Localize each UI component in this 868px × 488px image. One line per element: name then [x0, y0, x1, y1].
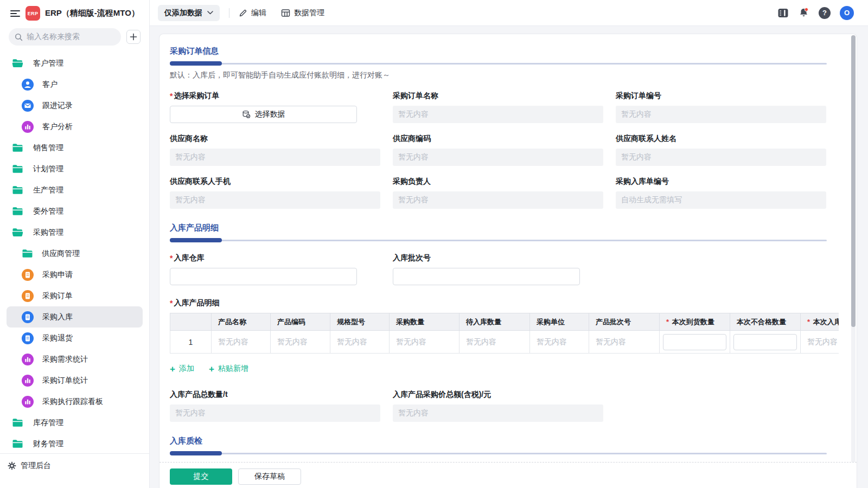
arrived-qty-input[interactable] — [663, 334, 726, 350]
cell-batch-no: 暂无内容 — [589, 331, 660, 354]
cell-unit: 暂无内容 — [530, 331, 589, 354]
cell-product-code: 暂无内容 — [271, 331, 330, 354]
table-row: 1 暂无内容 暂无内容 暂无内容 暂无内容 暂无内容 暂无内容 暂无内容 暂 — [170, 331, 839, 354]
panel-toggle-icon[interactable] — [777, 8, 789, 18]
sidebar-item-followups[interactable]: 跟进记录 — [7, 95, 143, 116]
col-header-product-name: 产品名称 — [212, 313, 271, 331]
gear-icon — [8, 461, 16, 470]
document-icon — [22, 332, 34, 344]
sidebar-item-purchase-inbound[interactable]: 采购入库 — [7, 306, 143, 328]
notification-bell-icon[interactable] — [798, 7, 809, 18]
folder-icon — [12, 207, 23, 216]
po-no-field: 暂无内容 — [616, 106, 826, 123]
table-label-products: *入库产品明细 — [170, 298, 857, 308]
search-placeholder: 输入名称来搜索 — [27, 32, 80, 42]
table-header-row: 产品名称 产品编码 规格型号 采购数量 待入库数量 采购单位 产品批次号 * 本… — [170, 313, 839, 331]
search-icon — [15, 33, 23, 41]
po-name-field: 暂无内容 — [393, 106, 603, 123]
scrollbar-thumb[interactable] — [851, 35, 856, 327]
warehouse-input[interactable] — [170, 268, 357, 285]
folder-open-icon — [12, 59, 23, 68]
section-title-products: 入库产品明细 — [170, 223, 857, 233]
col-header-arrived-qty: * 本次到货数量 — [660, 313, 730, 331]
paste-add-button[interactable]: + 粘贴新增 — [209, 364, 248, 374]
plus-icon: + — [209, 364, 214, 374]
field-label-po-no: 采购订单编号 — [616, 91, 826, 101]
field-label-po-name: 采购订单名称 — [393, 91, 603, 101]
field-label-supplier-contact: 供应商联系人姓名 — [616, 134, 826, 144]
field-label-supplier-name: 供应商名称 — [170, 134, 380, 144]
select-data-button[interactable]: 选择数据 — [170, 106, 357, 123]
plus-icon: + — [170, 364, 175, 374]
sidebar-brand: ERP ERP（精细版-流程MTO） — [0, 0, 149, 23]
sidebar-item-customers[interactable]: 客户 — [7, 74, 143, 95]
data-manage-button[interactable]: 数据管理 — [281, 8, 324, 18]
field-label-total-qty: 入库产品总数量/t — [170, 390, 380, 400]
sidebar-item-purchase-return[interactable]: 采购退货 — [7, 328, 143, 349]
search-input[interactable]: 输入名称来搜索 — [9, 28, 121, 46]
mail-icon — [22, 100, 34, 112]
cell-purchase-qty: 暂无内容 — [390, 331, 459, 354]
form-footer: 提交 保存草稿 — [159, 462, 857, 488]
folder-icon — [22, 249, 33, 259]
sidebar-item-supplier-mgmt[interactable]: 供应商管理 — [7, 243, 143, 264]
submit-button[interactable]: 提交 — [170, 468, 232, 485]
supplier-code-field: 暂无内容 — [393, 149, 603, 166]
sidebar-item-purchase-demand-stats[interactable]: 采购需求统计 — [7, 349, 143, 370]
sidebar-item-procurement-mgmt[interactable]: 采购管理 — [7, 222, 143, 243]
cell-defective-qty — [730, 331, 801, 354]
bar-chart-icon — [22, 396, 34, 408]
folder-icon — [12, 185, 23, 195]
edit-button[interactable]: 编辑 — [239, 8, 266, 18]
help-button[interactable]: ? — [819, 7, 831, 19]
table-grid-icon — [281, 9, 290, 17]
collapse-menu-icon[interactable] — [10, 8, 21, 19]
inbound-no-field: 自动生成无需填写 — [616, 191, 826, 209]
database-select-icon — [242, 110, 251, 119]
total-amount-field: 暂无内容 — [393, 404, 603, 422]
user-avatar[interactable]: O — [840, 6, 854, 20]
sidebar-item-finance-mgmt[interactable]: 财务管理 — [7, 433, 143, 453]
sidebar-item-inventory-mgmt[interactable]: 库存管理 — [7, 412, 143, 433]
batch-no-input[interactable] — [393, 268, 580, 285]
purchaser-field: 暂无内容 — [393, 191, 603, 209]
sidebar-item-planning-mgmt[interactable]: 计划管理 — [7, 158, 143, 179]
add-page-button[interactable] — [126, 30, 141, 44]
sidebar-item-production-mgmt[interactable]: 生产管理 — [7, 179, 143, 201]
document-icon — [22, 311, 34, 323]
col-header-index — [170, 313, 212, 331]
mode-dropdown[interactable]: 仅添加数据 — [158, 5, 220, 21]
add-row-button[interactable]: + 添加 — [170, 364, 194, 374]
folder-open-icon — [12, 228, 23, 237]
sidebar-nav: 客户管理 客户 跟进记录 客户分析 销售管理 计划管理 生产管理 — [0, 50, 149, 453]
field-label-supplier-phone: 供应商联系人手机 — [170, 177, 380, 187]
sidebar-item-purchase-order[interactable]: 采购订单 — [7, 285, 143, 306]
section-hint: 默认：入库后，即可智能助手自动生成应付账款明细，进行对账～ — [170, 70, 857, 80]
section-progress-bar — [170, 61, 827, 66]
col-header-batch-no: 产品批次号 — [589, 313, 660, 331]
user-icon — [22, 79, 34, 91]
defective-qty-input[interactable] — [733, 334, 797, 350]
sidebar-item-purchase-request[interactable]: 采购申请 — [7, 264, 143, 285]
pencil-icon — [239, 9, 247, 17]
sidebar-item-purchase-order-stats[interactable]: 采购订单统计 — [7, 370, 143, 391]
supplier-name-field: 暂无内容 — [170, 149, 380, 166]
section-progress-bar — [170, 238, 827, 242]
sidebar-item-customer-mgmt[interactable]: 客户管理 — [7, 53, 143, 74]
sidebar-item-outsourcing-mgmt[interactable]: 委外管理 — [7, 201, 143, 222]
sidebar-item-purchase-tracking-board[interactable]: 采购执行跟踪看板 — [7, 391, 143, 412]
save-draft-button[interactable]: 保存草稿 — [238, 468, 301, 485]
folder-icon — [12, 143, 23, 153]
col-header-defective-qty: 本次不合格数量 — [730, 313, 801, 331]
cell-pending-qty: 暂无内容 — [459, 331, 530, 354]
sidebar-item-sales-mgmt[interactable]: 销售管理 — [7, 137, 143, 158]
sidebar-item-customer-analytics[interactable]: 客户分析 — [7, 116, 143, 137]
products-table: 产品名称 产品编码 规格型号 采购数量 待入库数量 采购单位 产品批次号 * 本… — [170, 313, 839, 354]
admin-backend-button[interactable]: 管理后台 — [8, 461, 51, 471]
document-icon — [22, 269, 34, 281]
folder-icon — [12, 439, 23, 449]
vertical-scrollbar[interactable] — [851, 35, 856, 487]
row-index-cell: 1 — [170, 331, 212, 354]
folder-icon — [12, 164, 23, 174]
col-header-inbound-qty: * 本次入库数量 — [801, 313, 839, 331]
